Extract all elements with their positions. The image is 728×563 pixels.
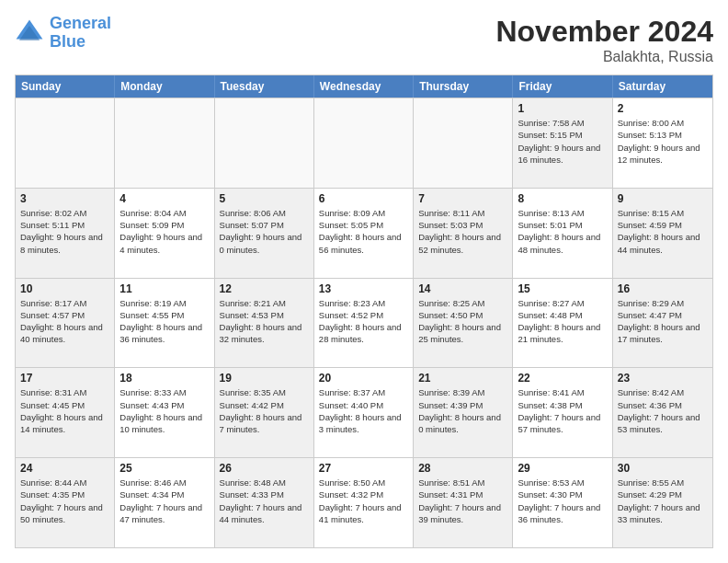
day-info: Sunrise: 8:37 AMSunset: 4:40 PMDaylight:… — [319, 386, 408, 435]
calendar-cell: 20Sunrise: 8:37 AMSunset: 4:40 PMDayligh… — [314, 368, 414, 457]
calendar-cell: 17Sunrise: 8:31 AMSunset: 4:45 PMDayligh… — [16, 368, 115, 457]
page: General Blue November 2024 Balakhta, Rus… — [0, 0, 728, 563]
calendar-cell — [215, 98, 314, 188]
calendar-cell: 18Sunrise: 8:33 AMSunset: 4:43 PMDayligh… — [115, 368, 214, 457]
day-info: Sunrise: 7:58 AMSunset: 5:15 PMDaylight:… — [518, 117, 607, 166]
day-info: Sunrise: 8:48 AMSunset: 4:33 PMDaylight:… — [220, 477, 309, 525]
day-number: 11 — [119, 282, 209, 295]
day-number: 8 — [518, 192, 607, 205]
day-number: 29 — [518, 462, 607, 475]
day-number: 24 — [20, 462, 109, 475]
day-info: Sunrise: 8:39 AMSunset: 4:39 PMDaylight:… — [418, 386, 507, 435]
calendar-cell: 16Sunrise: 8:29 AMSunset: 4:47 PMDayligh… — [613, 279, 712, 368]
day-info: Sunrise: 8:44 AMSunset: 4:35 PMDaylight:… — [20, 477, 109, 525]
day-number: 16 — [618, 282, 708, 295]
day-info: Sunrise: 8:02 AMSunset: 5:11 PMDaylight:… — [20, 207, 109, 256]
day-info: Sunrise: 8:13 AMSunset: 5:01 PMDaylight:… — [518, 207, 607, 256]
day-info: Sunrise: 8:04 AMSunset: 5:09 PMDaylight:… — [119, 207, 209, 256]
day-info: Sunrise: 8:53 AMSunset: 4:30 PMDaylight:… — [518, 477, 607, 525]
main-title: November 2024 — [495, 15, 713, 49]
day-info: Sunrise: 8:33 AMSunset: 4:43 PMDaylight:… — [119, 386, 209, 435]
calendar-cell: 23Sunrise: 8:42 AMSunset: 4:36 PMDayligh… — [613, 368, 712, 457]
calendar-cell: 2Sunrise: 8:00 AMSunset: 5:13 PMDaylight… — [613, 98, 712, 188]
day-info: Sunrise: 8:17 AMSunset: 4:57 PMDaylight:… — [20, 297, 109, 346]
calendar-header-cell: Monday — [115, 75, 214, 98]
day-info: Sunrise: 8:25 AMSunset: 4:50 PMDaylight:… — [418, 297, 507, 346]
day-info: Sunrise: 8:41 AMSunset: 4:38 PMDaylight:… — [518, 386, 607, 435]
day-info: Sunrise: 8:06 AMSunset: 5:07 PMDaylight:… — [220, 207, 309, 256]
day-info: Sunrise: 8:27 AMSunset: 4:48 PMDaylight:… — [518, 297, 607, 346]
calendar-cell: 22Sunrise: 8:41 AMSunset: 4:38 PMDayligh… — [513, 368, 612, 457]
logo-text: General Blue — [50, 15, 111, 52]
calendar-cell: 3Sunrise: 8:02 AMSunset: 5:11 PMDaylight… — [16, 189, 115, 278]
day-number: 5 — [220, 192, 309, 205]
calendar-row: 10Sunrise: 8:17 AMSunset: 4:57 PMDayligh… — [16, 278, 712, 368]
calendar-cell: 28Sunrise: 8:51 AMSunset: 4:31 PMDayligh… — [414, 458, 513, 547]
day-info: Sunrise: 8:50 AMSunset: 4:32 PMDaylight:… — [319, 477, 408, 525]
logo-line2: Blue — [50, 32, 85, 51]
day-number: 25 — [119, 462, 209, 475]
logo: General Blue — [15, 15, 111, 52]
day-info: Sunrise: 8:15 AMSunset: 4:59 PMDaylight:… — [618, 207, 708, 256]
calendar-cell: 10Sunrise: 8:17 AMSunset: 4:57 PMDayligh… — [16, 279, 115, 368]
calendar-cell: 26Sunrise: 8:48 AMSunset: 4:33 PMDayligh… — [215, 458, 314, 547]
logo-line1: General — [50, 14, 111, 32]
calendar-header-cell: Thursday — [414, 75, 513, 98]
calendar-cell: 8Sunrise: 8:13 AMSunset: 5:01 PMDaylight… — [513, 189, 612, 278]
calendar-cell — [115, 98, 214, 188]
day-info: Sunrise: 8:21 AMSunset: 4:53 PMDaylight:… — [220, 297, 309, 346]
calendar-cell: 5Sunrise: 8:06 AMSunset: 5:07 PMDaylight… — [215, 189, 314, 278]
day-number: 15 — [518, 282, 607, 295]
day-number: 21 — [418, 372, 507, 385]
calendar-cell: 12Sunrise: 8:21 AMSunset: 4:53 PMDayligh… — [215, 279, 314, 368]
calendar-row: 17Sunrise: 8:31 AMSunset: 4:45 PMDayligh… — [16, 367, 712, 457]
calendar-cell: 29Sunrise: 8:53 AMSunset: 4:30 PMDayligh… — [513, 458, 612, 547]
calendar-cell: 21Sunrise: 8:39 AMSunset: 4:39 PMDayligh… — [414, 368, 513, 457]
day-info: Sunrise: 8:09 AMSunset: 5:05 PMDaylight:… — [319, 207, 408, 256]
calendar-body: 1Sunrise: 7:58 AMSunset: 5:15 PMDaylight… — [16, 98, 712, 547]
calendar-row: 24Sunrise: 8:44 AMSunset: 4:35 PMDayligh… — [16, 457, 712, 547]
calendar-cell: 15Sunrise: 8:27 AMSunset: 4:48 PMDayligh… — [513, 279, 612, 368]
title-block: November 2024 Balakhta, Russia — [495, 15, 713, 65]
day-number: 4 — [119, 192, 209, 205]
day-info: Sunrise: 8:11 AMSunset: 5:03 PMDaylight:… — [418, 207, 507, 256]
calendar-cell: 19Sunrise: 8:35 AMSunset: 4:42 PMDayligh… — [215, 368, 314, 457]
day-info: Sunrise: 8:35 AMSunset: 4:42 PMDaylight:… — [220, 386, 309, 435]
calendar-row: 3Sunrise: 8:02 AMSunset: 5:11 PMDaylight… — [16, 188, 712, 278]
calendar-cell — [314, 98, 414, 188]
day-number: 10 — [20, 282, 109, 295]
day-number: 20 — [319, 372, 408, 385]
calendar-cell: 4Sunrise: 8:04 AMSunset: 5:09 PMDaylight… — [115, 189, 214, 278]
calendar-header-cell: Sunday — [16, 75, 115, 98]
day-number: 6 — [319, 192, 408, 205]
calendar-row: 1Sunrise: 7:58 AMSunset: 5:15 PMDaylight… — [16, 98, 712, 188]
day-number: 18 — [119, 372, 209, 385]
day-info: Sunrise: 8:19 AMSunset: 4:55 PMDaylight:… — [119, 297, 209, 346]
calendar-cell: 1Sunrise: 7:58 AMSunset: 5:15 PMDaylight… — [513, 98, 612, 188]
day-number: 12 — [220, 282, 309, 295]
day-info: Sunrise: 8:55 AMSunset: 4:29 PMDaylight:… — [618, 477, 708, 525]
calendar-cell: 27Sunrise: 8:50 AMSunset: 4:32 PMDayligh… — [314, 458, 414, 547]
calendar-cell: 11Sunrise: 8:19 AMSunset: 4:55 PMDayligh… — [115, 279, 214, 368]
day-number: 26 — [220, 462, 309, 475]
day-number: 3 — [20, 192, 109, 205]
day-number: 2 — [618, 102, 708, 115]
day-number: 9 — [618, 192, 708, 205]
calendar-header: SundayMondayTuesdayWednesdayThursdayFrid… — [16, 75, 712, 98]
calendar-cell — [414, 98, 513, 188]
day-info: Sunrise: 8:29 AMSunset: 4:47 PMDaylight:… — [618, 297, 708, 346]
calendar-header-cell: Wednesday — [314, 75, 414, 98]
calendar: SundayMondayTuesdayWednesdayThursdayFrid… — [15, 75, 713, 548]
calendar-cell: 30Sunrise: 8:55 AMSunset: 4:29 PMDayligh… — [613, 458, 712, 547]
subtitle: Balakhta, Russia — [495, 49, 713, 65]
calendar-header-cell: Tuesday — [215, 75, 314, 98]
day-info: Sunrise: 8:46 AMSunset: 4:34 PMDaylight:… — [119, 477, 209, 525]
calendar-cell — [16, 98, 115, 188]
day-number: 27 — [319, 462, 408, 475]
day-number: 7 — [418, 192, 507, 205]
day-info: Sunrise: 8:23 AMSunset: 4:52 PMDaylight:… — [319, 297, 408, 346]
calendar-cell: 13Sunrise: 8:23 AMSunset: 4:52 PMDayligh… — [314, 279, 414, 368]
calendar-header-cell: Saturday — [613, 75, 712, 98]
calendar-cell: 6Sunrise: 8:09 AMSunset: 5:05 PMDaylight… — [314, 189, 414, 278]
calendar-cell: 7Sunrise: 8:11 AMSunset: 5:03 PMDaylight… — [414, 189, 513, 278]
